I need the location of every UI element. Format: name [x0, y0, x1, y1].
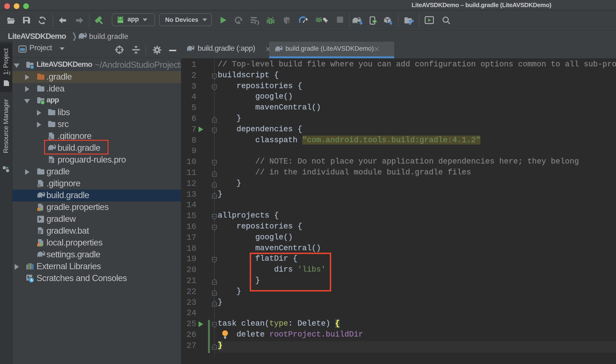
- svg-text:A: A: [237, 20, 240, 25]
